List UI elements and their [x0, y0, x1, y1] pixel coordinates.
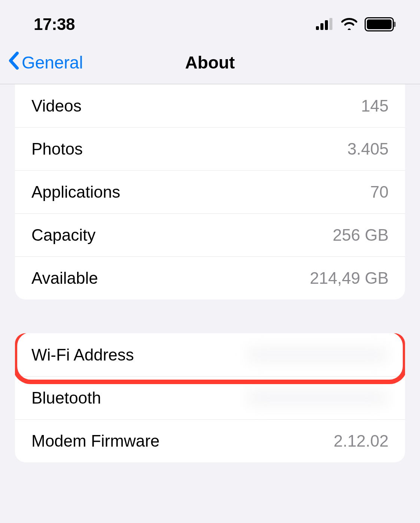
status-time: 17:38 — [34, 15, 75, 34]
page-title: About — [185, 52, 235, 73]
svg-rect-0 — [316, 26, 319, 30]
back-label: General — [22, 52, 83, 73]
status-indicators — [316, 15, 394, 34]
row-value: 3.405 — [347, 140, 389, 158]
row-label: Applications — [31, 183, 120, 201]
row-label: Wi-Fi Address — [31, 346, 134, 364]
row-label: Modem Firmware — [31, 432, 159, 450]
row-videos[interactable]: Videos 145 — [15, 84, 405, 127]
row-label: Photos — [31, 140, 83, 158]
svg-rect-1 — [320, 23, 323, 30]
row-photos[interactable]: Photos 3.405 — [15, 127, 405, 170]
row-label: Available — [31, 269, 98, 288]
row-value: 214,49 GB — [310, 269, 389, 288]
row-value: 145 — [361, 97, 389, 115]
svg-rect-2 — [325, 20, 328, 30]
row-available[interactable]: Available 214,49 GB — [15, 256, 405, 299]
row-value: 2.12.02 — [334, 432, 389, 450]
battery-icon — [365, 17, 394, 31]
row-value-redacted — [246, 390, 389, 406]
about-group-storage: Videos 145 Photos 3.405 Applications 70 … — [15, 84, 405, 299]
row-bluetooth[interactable]: Bluetooth — [15, 376, 405, 419]
content: Videos 145 Photos 3.405 Applications 70 … — [0, 84, 420, 462]
cellular-icon — [316, 15, 334, 34]
row-label: Capacity — [31, 226, 95, 244]
row-value: 256 GB — [333, 226, 389, 244]
row-value: 70 — [370, 183, 389, 201]
about-group-network: Wi-Fi Address Bluetooth Modem Firmware 2… — [15, 333, 405, 462]
row-value-redacted — [246, 347, 389, 363]
nav-bar: General About — [0, 41, 420, 84]
row-wifi-address[interactable]: Wi-Fi Address — [15, 333, 405, 376]
status-bar: 17:38 — [0, 0, 420, 41]
row-label: Videos — [31, 97, 82, 115]
row-modem-firmware[interactable]: Modem Firmware 2.12.02 — [15, 419, 405, 462]
row-applications[interactable]: Applications 70 — [15, 170, 405, 213]
row-capacity[interactable]: Capacity 256 GB — [15, 213, 405, 256]
svg-rect-3 — [329, 18, 332, 30]
chevron-left-icon — [7, 52, 20, 74]
row-label: Bluetooth — [31, 389, 101, 407]
back-button[interactable]: General — [7, 52, 83, 74]
wifi-icon — [341, 15, 358, 34]
